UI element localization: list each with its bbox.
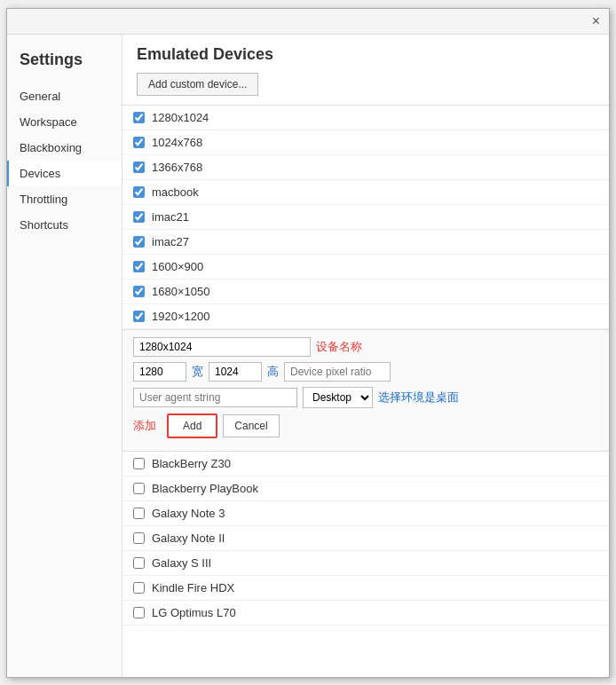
environment-select[interactable]: Desktop Mobile <box>303 387 373 408</box>
device-label: LG Optimus L70 <box>152 606 236 619</box>
width-input[interactable] <box>133 362 186 382</box>
device-checkbox-kindle-fire-hdx[interactable] <box>133 582 145 594</box>
add-button[interactable]: Add <box>167 413 217 438</box>
sidebar-item-blackboxing[interactable]: Blackboxing <box>7 135 122 161</box>
device-item-1680x1050: 1680×1050 <box>122 280 609 304</box>
device-checkbox-galaxy-note3[interactable] <box>133 508 145 519</box>
form-row-useragent: Desktop Mobile 选择环境是桌面 <box>133 387 598 408</box>
device-item-galaxy-note2: Galaxy Note II <box>122 526 609 551</box>
device-item-1366x768: 1366x768 <box>122 155 609 180</box>
device-item-blackberry-z30: BlackBerry Z30 <box>122 452 609 476</box>
pixel-ratio-input[interactable] <box>284 362 391 382</box>
sidebar-title: Settings <box>7 43 122 83</box>
device-label: Kindle Fire HDX <box>152 581 234 594</box>
device-checkbox-1600x900[interactable] <box>133 261 145 272</box>
device-checkbox-1366x768[interactable] <box>133 161 145 173</box>
device-checkbox-1920x1200[interactable] <box>133 311 145 322</box>
device-label: imac21 <box>152 210 189 224</box>
device-item-galaxy-note3: Galaxy Note 3 <box>122 501 609 526</box>
device-label: Galaxy Note II <box>152 531 225 545</box>
device-label: 1680×1050 <box>152 285 209 298</box>
cancel-button[interactable]: Cancel <box>223 414 279 437</box>
sidebar-item-shortcuts[interactable]: Shortcuts <box>7 212 122 238</box>
device-checkbox-1024x768[interactable] <box>133 137 145 148</box>
add-device-form: 设备名称 宽 高 Desktop <box>122 329 609 452</box>
sidebar-item-throttling[interactable]: Throttling <box>7 186 122 212</box>
device-item-1280x1024: 1280x1024 <box>122 106 609 130</box>
device-item-macbook: macbook <box>122 180 609 205</box>
device-label: 1366x768 <box>152 161 202 174</box>
device-label: 1024x768 <box>152 136 202 149</box>
device-item-blackberry-playbook: Blackberry PlayBook <box>122 476 609 501</box>
device-label: macbook <box>152 185 199 199</box>
device-item-galaxy-s3: Galaxy S III <box>122 551 609 576</box>
device-label: 1600×900 <box>152 260 203 273</box>
desktop-annotation: 选择环境是桌面 <box>378 390 459 405</box>
device-checkbox-lg-optimus-l70[interactable] <box>133 607 145 618</box>
add-annotation: 添加 <box>133 418 156 434</box>
device-item-1024x768: 1024x768 <box>122 130 609 155</box>
height-label-annotation: 高 <box>267 364 279 380</box>
titlebar: × <box>7 9 609 35</box>
device-label: BlackBerry Z30 <box>152 457 231 470</box>
device-checkbox-macbook[interactable] <box>133 186 145 198</box>
devices-list[interactable]: 1280x1024 1024x768 1366x768 macbook imac… <box>122 105 609 677</box>
main-content: Emulated Devices Add custom device... 12… <box>122 35 609 677</box>
settings-dialog: × Settings General Workspace Blackboxing… <box>6 8 610 678</box>
device-checkbox-galaxy-s3[interactable] <box>133 557 145 569</box>
device-checkbox-1680x1050[interactable] <box>133 286 145 297</box>
device-item-imac21: imac21 <box>122 205 609 230</box>
device-item-imac27: imac27 <box>122 230 609 255</box>
add-custom-device-button[interactable]: Add custom device... <box>137 73 258 96</box>
form-row-actions: 添加 Add Cancel <box>133 413 598 438</box>
main-title: Emulated Devices <box>122 45 609 73</box>
form-row-name: 设备名称 <box>133 337 598 357</box>
device-checkbox-blackberry-z30[interactable] <box>133 458 145 469</box>
device-name-input[interactable] <box>133 337 311 357</box>
close-button[interactable]: × <box>592 14 600 28</box>
device-checkbox-galaxy-note2[interactable] <box>133 532 145 544</box>
device-label: 1280x1024 <box>152 111 209 124</box>
device-label: Galaxy Note 3 <box>152 507 225 520</box>
device-checkbox-blackberry-playbook[interactable] <box>133 483 145 494</box>
device-checkbox-1280x1024[interactable] <box>133 112 145 123</box>
device-item-1600x900: 1600×900 <box>122 255 609 280</box>
device-checkbox-imac27[interactable] <box>133 236 145 248</box>
sidebar-item-general[interactable]: General <box>7 83 122 109</box>
device-item-lg-optimus-l70: LG Optimus L70 <box>122 601 609 626</box>
device-name-annotation: 设备名称 <box>316 339 362 355</box>
width-label-annotation: 宽 <box>192 364 203 380</box>
sidebar-item-workspace[interactable]: Workspace <box>7 109 122 135</box>
sidebar: Settings General Workspace Blackboxing D… <box>7 35 122 677</box>
device-label: Blackberry PlayBook <box>152 482 258 495</box>
form-row-dimensions: 宽 高 <box>133 362 598 382</box>
dialog-body: Settings General Workspace Blackboxing D… <box>7 35 609 677</box>
height-input[interactable] <box>209 362 262 382</box>
sidebar-item-devices[interactable]: Devices <box>7 161 122 186</box>
device-checkbox-imac21[interactable] <box>133 211 145 223</box>
device-item-1920x1200: 1920×1200 <box>122 304 609 329</box>
device-item-kindle-fire-hdx: Kindle Fire HDX <box>122 576 609 601</box>
device-label: Galaxy S III <box>152 556 211 570</box>
device-label: 1920×1200 <box>152 310 209 323</box>
device-label: imac27 <box>152 235 189 248</box>
user-agent-input[interactable] <box>133 388 297 407</box>
